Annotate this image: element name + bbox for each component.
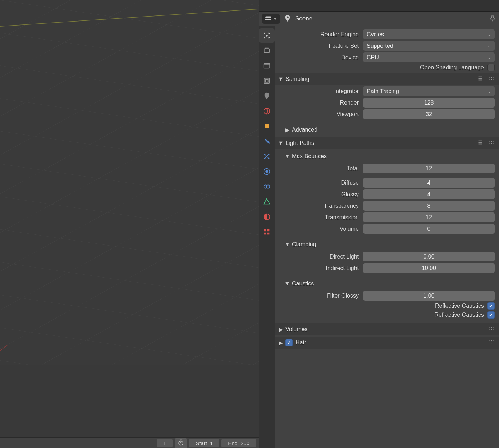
current-frame-input[interactable]: 1 — [157, 439, 173, 447]
viewport-samples-input[interactable]: 32 — [363, 109, 495, 119]
tab-world-globe[interactable] — [259, 104, 275, 118]
tab-constraints[interactable] — [259, 179, 275, 194]
preset-list-icon[interactable] — [477, 75, 483, 83]
tab-texture[interactable] — [259, 225, 275, 239]
svg-point-36 — [489, 143, 490, 144]
svg-point-27 — [489, 77, 490, 78]
svg-rect-8 — [264, 49, 270, 53]
glossy-label: Glossy — [285, 191, 363, 198]
drag-handle-icon[interactable] — [488, 339, 495, 347]
viewport-samples-label: Viewport — [278, 111, 363, 118]
svg-point-18 — [266, 170, 268, 173]
start-value: 1 — [210, 440, 213, 446]
total-bounces-input[interactable]: 12 — [363, 164, 495, 173]
svg-point-46 — [491, 340, 492, 341]
clamping-title: Clamping — [292, 241, 316, 248]
tab-physics[interactable] — [259, 164, 275, 179]
autokey-button[interactable] — [175, 438, 187, 448]
render-samples-label: Render — [278, 100, 363, 106]
chevron-down-icon: ⌄ — [487, 89, 491, 94]
transparency-label: Transparency — [285, 203, 363, 209]
editor-type-selector[interactable]: ▼ — [262, 14, 280, 24]
disclosure-down-icon: ▼ — [285, 241, 290, 248]
frame-end-input[interactable]: End 250 — [221, 439, 256, 447]
properties-icon — [265, 15, 272, 22]
caustics-title: Caustics — [292, 280, 314, 287]
properties-content: Render Engine Cycles⌄ Feature Set Suppor… — [275, 26, 499, 448]
clamping-panel-header[interactable]: ▼ Clamping — [278, 238, 499, 251]
advanced-title: Advanced — [292, 127, 317, 133]
max-bounces-panel-header[interactable]: ▼ Max Bounces — [278, 150, 499, 163]
tab-object[interactable] — [259, 119, 275, 133]
integrator-label: Integrator — [278, 88, 363, 95]
tab-data[interactable] — [259, 195, 275, 209]
tab-particles[interactable] — [259, 149, 275, 164]
drag-handle-icon[interactable] — [488, 139, 495, 147]
direct-light-input[interactable]: 0.00 — [363, 252, 495, 261]
tab-scene[interactable] — [259, 74, 275, 88]
scene-icon — [284, 14, 292, 23]
chevron-down-icon: ▼ — [273, 17, 277, 21]
device-select[interactable]: CPU⌄ — [363, 52, 495, 62]
render-samples-input[interactable]: 128 — [363, 98, 495, 108]
svg-point-34 — [491, 141, 492, 142]
tab-render[interactable] — [259, 28, 275, 43]
svg-rect-24 — [267, 229, 270, 232]
tab-view-layer[interactable] — [259, 59, 275, 73]
chevron-down-icon: ⌄ — [487, 55, 491, 60]
disclosure-down-icon: ▼ — [285, 280, 290, 287]
svg-point-43 — [491, 329, 492, 330]
transmission-bounces-input[interactable]: 12 — [363, 212, 495, 222]
filter-glossy-label: Filter Glossy — [285, 293, 363, 299]
reflective-caustics-checkbox[interactable] — [487, 302, 495, 310]
volumes-panel-header[interactable]: ▶ Volumes — [275, 323, 499, 335]
viewport-3d[interactable] — [0, 0, 259, 365]
svg-point-44 — [493, 329, 493, 330]
osl-checkbox[interactable] — [487, 64, 495, 71]
hair-panel-header[interactable]: ▶ Hair — [275, 337, 499, 349]
feature-set-select[interactable]: Supported⌄ — [363, 41, 495, 51]
tab-world[interactable] — [259, 89, 275, 103]
hair-enable-checkbox[interactable] — [285, 339, 293, 346]
end-value: 250 — [241, 440, 249, 446]
tab-material[interactable] — [259, 210, 275, 224]
svg-rect-6 — [265, 19, 271, 20]
properties-tabs — [259, 26, 275, 448]
drag-handle-icon[interactable] — [488, 325, 495, 333]
svg-point-38 — [493, 143, 493, 144]
light-paths-panel-header[interactable]: ▼ Light Paths — [275, 137, 499, 149]
feature-set-label: Feature Set — [278, 43, 363, 49]
svg-rect-26 — [267, 233, 270, 235]
svg-point-45 — [489, 340, 490, 341]
diffuse-bounces-input[interactable]: 4 — [363, 178, 495, 188]
filter-glossy-input[interactable]: 1.00 — [363, 291, 495, 301]
advanced-panel-header[interactable]: ▶ Advanced — [278, 124, 499, 136]
disclosure-right-icon: ▶ — [278, 326, 283, 333]
indirect-light-input[interactable]: 10.00 — [363, 263, 495, 273]
tab-modifiers[interactable] — [259, 134, 275, 148]
integrator-select[interactable]: Path Tracing⌄ — [363, 86, 495, 96]
svg-rect-11 — [265, 79, 268, 82]
preset-list-icon[interactable] — [477, 139, 483, 147]
frame-start-input[interactable]: Start 1 — [189, 439, 219, 447]
refractive-caustics-checkbox[interactable] — [487, 311, 495, 319]
sampling-panel-header[interactable]: ▼ Sampling — [275, 73, 499, 85]
total-label: Total — [285, 165, 363, 172]
sampling-title: Sampling — [285, 76, 310, 82]
properties-header: ▼ Scene — [259, 12, 499, 26]
svg-point-35 — [493, 141, 493, 142]
transparency-bounces-input[interactable]: 8 — [363, 201, 495, 211]
glossy-bounces-input[interactable]: 4 — [363, 189, 495, 199]
svg-point-48 — [489, 343, 490, 343]
volume-bounces-input[interactable]: 0 — [363, 224, 495, 234]
timeline-bar: 1 Start 1 End 250 — [0, 437, 259, 448]
caustics-panel-header[interactable]: ▼ Caustics — [278, 278, 499, 290]
svg-rect-25 — [264, 233, 266, 235]
svg-point-40 — [491, 327, 492, 328]
svg-rect-9 — [264, 64, 270, 68]
tab-output[interactable] — [259, 44, 275, 58]
render-engine-select[interactable]: Cycles⌄ — [363, 29, 495, 39]
drag-handle-icon[interactable] — [488, 75, 495, 83]
disclosure-down-icon: ▼ — [285, 153, 290, 160]
pin-icon[interactable] — [489, 15, 496, 23]
